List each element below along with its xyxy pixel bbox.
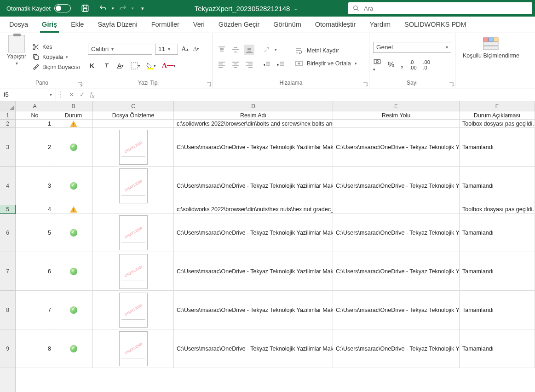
italic-button[interactable]: T xyxy=(102,61,110,70)
column-header[interactable]: C xyxy=(93,101,174,111)
dialog-launcher-icon[interactable] xyxy=(206,81,212,87)
chevron-down-icon[interactable]: ▾ xyxy=(132,6,134,11)
copy-button[interactable]: Kopyala ▾ xyxy=(32,53,80,61)
dialog-launcher-icon[interactable] xyxy=(77,81,83,87)
chevron-down-icon[interactable]: ▾ xyxy=(275,47,277,52)
cell[interactable] xyxy=(54,205,93,213)
align-top-icon[interactable] xyxy=(217,45,227,55)
align-middle-icon[interactable] xyxy=(230,45,241,55)
select-all-corner[interactable] xyxy=(0,101,15,111)
tab-görünüm[interactable]: Görünüm xyxy=(271,17,303,33)
cell[interactable]: 1 xyxy=(16,120,54,128)
conditional-formatting-button[interactable]: Koşullu Biçimlendirme xyxy=(459,35,523,61)
cell[interactable]: ONAYLIDIR xyxy=(93,329,174,368)
row-header[interactable]: 5 xyxy=(0,205,15,213)
column-header[interactable]: E xyxy=(333,101,460,111)
align-left-icon[interactable] xyxy=(217,59,227,69)
name-box[interactable]: ▾ xyxy=(0,88,56,101)
cell[interactable]: 6 xyxy=(16,252,54,291)
cell[interactable]: No xyxy=(16,111,54,120)
row-header[interactable]: 8 xyxy=(0,291,15,329)
cell[interactable] xyxy=(54,291,93,329)
cell[interactable]: 7 xyxy=(16,291,54,329)
cell[interactable] xyxy=(54,128,93,167)
cell[interactable]: 3 xyxy=(16,167,54,205)
row-header[interactable]: 4 xyxy=(0,167,15,205)
column-header[interactable]: F xyxy=(460,101,535,111)
cell[interactable]: C:\Users\msarac\OneDrive - Tekyaz Teknol… xyxy=(174,291,333,329)
search-bar[interactable] xyxy=(348,2,532,14)
drag-handle-icon[interactable]: ⋮ xyxy=(56,88,64,101)
chevron-down-icon[interactable]: ▾ xyxy=(50,92,52,97)
chevron-down-icon[interactable]: ▾ xyxy=(66,55,68,59)
toggle-switch[interactable] xyxy=(54,4,71,12)
cell[interactable] xyxy=(93,205,174,213)
cancel-icon[interactable]: ✕ xyxy=(69,91,74,98)
cell[interactable]: Tamamlandı xyxy=(460,167,535,205)
cell[interactable]: C:\Users\msarac\OneDrive - Tekyaz Teknol… xyxy=(333,213,460,252)
tab-giriş[interactable]: Giriş xyxy=(40,17,59,33)
row-header[interactable]: 9 xyxy=(0,329,15,368)
chevron-down-icon[interactable]: ⌄ xyxy=(293,6,298,12)
increase-decimal-icon[interactable]: .0.00 xyxy=(409,59,416,70)
increase-indent-icon[interactable] xyxy=(276,59,286,69)
cell[interactable] xyxy=(333,120,460,128)
cell[interactable] xyxy=(93,120,174,128)
align-bottom-icon[interactable] xyxy=(244,45,254,55)
increase-font-icon[interactable]: A▴ xyxy=(181,45,189,54)
decrease-decimal-icon[interactable]: .00.0 xyxy=(423,59,430,70)
decrease-font-icon[interactable]: A▾ xyxy=(192,45,200,54)
font-size-combo[interactable]: 11 ▾ xyxy=(155,44,178,55)
undo-icon[interactable] xyxy=(99,4,107,12)
chevron-down-icon[interactable]: ▾ xyxy=(16,61,18,66)
tab-yardım[interactable]: Yardım xyxy=(368,17,392,33)
autosave-toggle[interactable]: Otomatik Kaydet xyxy=(3,4,75,12)
cell[interactable]: 8 xyxy=(16,329,54,368)
cell[interactable]: Durum xyxy=(54,111,93,120)
cell[interactable]: C:\Users\msarac\OneDrive - Tekyaz Teknol… xyxy=(174,167,333,205)
wrap-text-button[interactable]: Metni Kaydır xyxy=(295,46,357,55)
column-header[interactable]: A xyxy=(16,101,54,111)
chevron-down-icon[interactable]: ▾ xyxy=(355,61,357,66)
dialog-launcher-icon[interactable] xyxy=(362,81,368,87)
paste-button[interactable]: Yapıştır ▾ xyxy=(4,35,29,79)
row-header[interactable]: 6 xyxy=(0,213,15,252)
name-box-input[interactable] xyxy=(4,91,40,98)
row-header[interactable]: 2 xyxy=(0,120,15,128)
cell[interactable]: Durum Açıklaması xyxy=(460,111,535,120)
cell[interactable]: 4 xyxy=(16,205,54,213)
cell[interactable] xyxy=(54,213,93,252)
orientation-button[interactable] xyxy=(262,45,272,55)
format-painter-button[interactable]: Biçim Boyacısı xyxy=(32,63,80,71)
font-color-button[interactable]: A ▾ xyxy=(162,61,176,70)
cell[interactable]: c:\solidworks 2022\browser\din\bolts and… xyxy=(174,120,333,128)
bold-button[interactable]: K xyxy=(88,61,96,70)
borders-button[interactable]: ▾ xyxy=(131,61,140,70)
cell[interactable]: 5 xyxy=(16,213,54,252)
number-format-combo[interactable]: Genel ▾ xyxy=(373,42,451,53)
cell[interactable]: C:\Users\msarac\OneDrive - Tekyaz Teknol… xyxy=(174,128,333,167)
fx-icon[interactable]: fx xyxy=(90,91,94,99)
formula-input[interactable] xyxy=(99,88,535,101)
cell[interactable]: ONAYLIDIR xyxy=(93,291,174,329)
cell[interactable]: ONAYLIDIR xyxy=(93,252,174,291)
align-center-icon[interactable] xyxy=(230,59,241,69)
percent-button[interactable]: % xyxy=(388,61,394,69)
cell[interactable] xyxy=(333,205,460,213)
tab-gözden-geçir[interactable]: Gözden Geçir xyxy=(217,17,261,33)
tab-veri[interactable]: Veri xyxy=(191,17,207,33)
cell[interactable]: ONAYLIDIR xyxy=(93,167,174,205)
cell[interactable] xyxy=(54,120,93,128)
tab-dosya[interactable]: Dosya xyxy=(7,17,30,33)
currency-button[interactable]: ▾ xyxy=(373,58,381,72)
cell[interactable]: C:\Users\msarac\OneDrive - Tekyaz Teknol… xyxy=(333,329,460,368)
merge-button[interactable]: Birleştir ve Ortala ▾ xyxy=(295,59,357,68)
cell[interactable]: C:\Users\msarac\OneDrive - Tekyaz Teknol… xyxy=(333,291,460,329)
cell[interactable]: C:\Users\msarac\OneDrive - Tekyaz Teknol… xyxy=(333,252,460,291)
search-input[interactable] xyxy=(364,5,528,12)
cell[interactable]: ONAYLIDIR xyxy=(93,213,174,252)
tab-sayfa-düzeni[interactable]: Sayfa Düzeni xyxy=(96,17,139,33)
cell[interactable]: Dosya Önizleme xyxy=(93,111,174,120)
cell[interactable]: Resim Adı xyxy=(174,111,333,120)
row-header[interactable]: 3 xyxy=(0,128,15,167)
